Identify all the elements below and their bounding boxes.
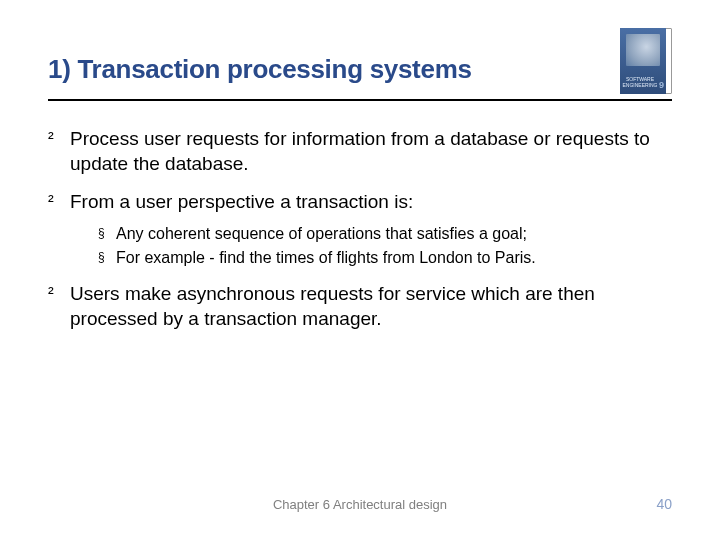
book-edition: 9 [659,80,664,90]
sub-bullet-group: § Any coherent sequence of operations th… [48,223,672,268]
bullet-text: Process user requests for information fr… [70,127,672,176]
footer: Chapter 6 Architectural design 40 [48,497,672,512]
square-bullet-icon: § [98,223,116,245]
diamond-bullet-icon: ² [48,127,70,176]
bullet-text: Users make asynchronous requests for ser… [70,282,672,331]
book-cover-icon: SOFTWARE ENGINEERING 9 [620,28,672,94]
page-number: 40 [656,496,672,512]
diamond-bullet-icon: ² [48,190,70,215]
bullet-level2: § For example - find the times of flight… [98,247,672,269]
bullet-text: Any coherent sequence of operations that… [116,223,672,245]
book-front-icon: SOFTWARE ENGINEERING 9 [620,28,666,94]
book-label: SOFTWARE ENGINEERING [622,77,658,88]
title-row: 1) Transaction processing systems SOFTWA… [48,54,672,101]
bullet-level1: ² Process user requests for information … [48,127,672,176]
book-art-icon [626,34,660,66]
slide: 1) Transaction processing systems SOFTWA… [0,0,720,540]
footer-center-text: Chapter 6 Architectural design [48,497,672,512]
square-bullet-icon: § [98,247,116,269]
bullet-text: For example - find the times of flights … [116,247,672,269]
content-area: ² Process user requests for information … [48,127,672,332]
slide-title: 1) Transaction processing systems [48,54,672,85]
bullet-level1: ² From a user perspective a transaction … [48,190,672,215]
bullet-text: From a user perspective a transaction is… [70,190,672,215]
bullet-level2: § Any coherent sequence of operations th… [98,223,672,245]
diamond-bullet-icon: ² [48,282,70,331]
bullet-level1: ² Users make asynchronous requests for s… [48,282,672,331]
